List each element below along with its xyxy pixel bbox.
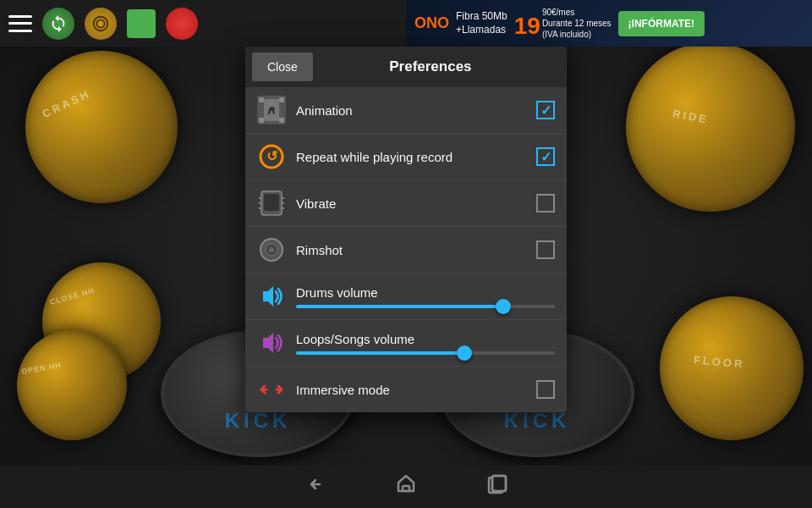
ad-price-number: 19 [514,13,540,40]
svg-rect-4 [279,118,284,123]
loops-volume-icon [257,329,286,357]
open-hh-label: OPEN HH [20,361,62,376]
back-button[interactable] [303,472,326,501]
immersive-checkbox[interactable] [536,380,555,399]
ride-label: RIDE [672,107,710,125]
svg-rect-1 [259,97,264,102]
svg-rect-21 [403,486,409,491]
refresh-button[interactable] [42,8,74,40]
ad-price-block: 19 90€/mes Durante 12 meses (IVA incluid… [514,7,612,40]
drums-volume-fill [296,305,503,308]
repeat-icon: ↺ [257,142,286,171]
pref-item-animation: Animation [245,87,567,134]
svg-text:↺: ↺ [266,149,277,163]
svg-rect-9 [264,194,279,211]
ad-price-detail: 90€/mes Durante 12 meses (IVA incluido) [542,7,612,40]
preferences-panel: Close Preferences Animation [245,47,567,412]
floor-cymbal[interactable]: FLOOR [660,296,804,440]
loops-volume-track[interactable] [296,351,555,355]
immersive-icon [257,375,286,404]
kick-label-left: KICK [225,409,292,433]
animation-checkbox[interactable] [536,101,555,119]
top-bar-controls [8,8,198,40]
record-button[interactable] [166,8,198,40]
pref-item-rimshot: Rimshot [245,227,567,273]
preferences-header: Close Preferences [245,47,567,87]
bottom-nav [0,466,812,508]
ad-banner: ONO Fibra 50Mb +Llamadas 19 90€/mes Dura… [406,0,812,47]
kick-label-right: KICK [504,409,571,433]
close-hh-label: CLOSE HH [49,286,96,306]
close-button[interactable]: Close [252,52,313,81]
pref-item-loops-volume: Loops/Songs volume [245,320,567,367]
pref-item-immersive: Immersive mode [245,367,567,412]
crash-label: CRASH [41,87,93,120]
ride-cymbal[interactable]: RIDE [626,42,795,212]
recent-apps-button[interactable] [486,472,509,501]
vibrate-checkbox[interactable] [536,194,555,213]
ad-cta-button[interactable]: ¡INFÓRMATE! [618,11,705,36]
loops-volume-fill [296,351,464,355]
vibrate-label: Vibrate [296,196,536,211]
rimshot-icon [257,235,286,264]
repeat-checkbox[interactable] [536,147,555,166]
preferences-list: Animation ↺ Repeat while playing record [245,87,567,412]
rimshot-checkbox[interactable] [536,240,555,259]
green-button[interactable] [127,9,156,38]
pref-item-vibrate: Vibrate [245,180,567,227]
menu-button[interactable] [8,15,32,32]
repeat-label: Repeat while playing record [296,150,536,164]
drums-volume-icon [257,282,286,311]
loops-volume-thumb[interactable] [457,345,472,361]
immersive-label: Immersive mode [296,383,536,397]
svg-rect-2 [259,118,264,123]
drums-volume-slider-container: Drums volume [296,285,555,308]
drums-volume-label: Drums volume [296,285,555,300]
crash-cymbal[interactable]: CRASH [25,51,178,203]
svg-marker-19 [263,286,273,306]
rimshot-label: Rimshot [296,243,536,257]
drums-volume-track[interactable] [296,305,555,308]
preferences-title: Preferences [320,58,567,75]
floor-label: FLOOR [693,353,745,370]
ad-fiber-text: Fibra 50Mb +Llamadas [456,10,508,36]
loops-volume-label: Loops/Songs volume [296,332,555,346]
loops-volume-slider-container: Loops/Songs volume [296,332,555,355]
ad-brand: ONO [414,14,449,32]
svg-marker-20 [263,333,273,353]
pref-item-drums-volume: Drums volume [245,273,567,320]
animation-label: Animation [296,103,536,118]
open-hh-cymbal[interactable]: OPEN HH [17,330,127,440]
vibrate-icon [257,189,286,218]
drums-volume-thumb[interactable] [496,299,511,314]
svg-rect-3 [279,97,284,102]
svg-rect-23 [492,476,506,491]
animation-icon [257,96,286,124]
svg-point-18 [269,247,274,252]
home-button[interactable] [394,472,418,501]
settings-button[interactable] [85,8,117,40]
pref-item-repeat: ↺ Repeat while playing record [245,134,567,180]
